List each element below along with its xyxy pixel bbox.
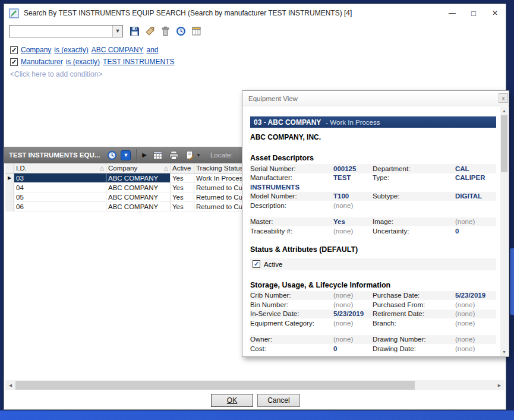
row-selector[interactable] [5, 192, 14, 202]
field-label: Cost: [250, 345, 333, 352]
column-label: Tracking Status [196, 165, 243, 172]
chevron-down-icon: ▼ [123, 152, 128, 158]
company-name: ABC COMPANY, INC. [250, 133, 496, 141]
title-bar[interactable]: Search By TEST INSTRUMENTS EQUIP SEARCH … [4, 4, 506, 22]
cell-active[interactable]: Yes [171, 202, 194, 211]
grid-view-button[interactable] [153, 150, 163, 160]
field-label: Description: [250, 202, 333, 209]
field-value: (none) [333, 336, 373, 343]
field-value: (none) [333, 320, 373, 327]
run-button[interactable]: ▶ [142, 152, 147, 158]
scrollbar-thumb[interactable] [15, 381, 415, 390]
desktop-accent [510, 248, 514, 315]
cell-id[interactable]: 04 [14, 183, 106, 192]
field-value: CALIPER [455, 174, 496, 181]
export-dropdown-icon[interactable]: ▼ [196, 153, 201, 158]
condition-value-link[interactable]: TEST INSTRUMENTS [103, 58, 174, 66]
cell-company[interactable]: ABC COMPANY [106, 192, 171, 202]
row-selector[interactable] [5, 202, 14, 211]
banner-status: - Work In Process [326, 119, 380, 126]
section-heading-storage: Storage, Usage, & Lifecycle Information [250, 281, 496, 289]
field-value: 0 [455, 228, 496, 235]
cell-active[interactable]: Yes [171, 173, 194, 183]
condition-value-link[interactable]: ABC COMPANY [92, 46, 144, 54]
condition-operator-link[interactable]: is (exactly) [66, 58, 100, 66]
cell-company[interactable]: ABC COMPANY [106, 183, 171, 192]
cell-company[interactable]: ABC COMPANY [106, 202, 171, 211]
field-value: (none) [455, 218, 496, 225]
panel-close-button[interactable]: x [499, 93, 508, 103]
field-label: Type: [373, 174, 455, 181]
row-selector[interactable]: ▶ [5, 173, 14, 183]
print-button[interactable] [169, 150, 179, 160]
scroll-right-icon[interactable]: ▶ [494, 380, 504, 390]
minimize-button[interactable]: — [442, 4, 463, 22]
active-label: Active [264, 261, 282, 268]
field-value: (none) [333, 228, 373, 235]
column-header-id[interactable]: I.D.△ [14, 163, 106, 173]
column-header-company[interactable]: Company△ [106, 163, 171, 173]
table-row[interactable]: 06 ABC COMPANY Yes Returned to Cu [5, 202, 245, 211]
cell-active[interactable]: Yes [171, 192, 194, 202]
condition-conjunction-link[interactable]: and [147, 46, 159, 54]
column-header-tracking[interactable]: Tracking Status [194, 163, 245, 173]
tag-button[interactable] [145, 26, 155, 36]
condition-field-link[interactable]: Company [21, 46, 51, 54]
field-label: Department: [373, 165, 455, 172]
saved-search-input[interactable] [10, 26, 112, 37]
cell-id[interactable]: 06 [14, 202, 106, 211]
cell-company[interactable]: ABC COMPANY [106, 173, 171, 183]
field-label: Drawing Date: [373, 345, 455, 352]
field-value: INSTRUMENTS [250, 184, 333, 191]
condition-checkbox[interactable]: ✓ [10, 46, 18, 54]
condition-field-link[interactable]: Manufacturer [21, 58, 63, 66]
horizontal-scrollbar[interactable]: ◀ ▶ [5, 380, 504, 390]
ok-button[interactable]: OK [211, 394, 253, 407]
cell-id[interactable]: 03 [14, 173, 106, 183]
field-value: T100 [333, 192, 373, 200]
save-search-button[interactable] [130, 26, 140, 36]
table-row[interactable]: 04 ABC COMPANY Yes Returned to Cu [5, 183, 245, 192]
selector-header [5, 163, 14, 173]
field-row: Master: Yes Image: (none) [250, 217, 496, 227]
maximize-button[interactable]: □ [463, 4, 484, 22]
cell-tracking[interactable]: Returned to Cu [194, 202, 245, 211]
table-row[interactable]: ▶ 03 ABC COMPANY Yes Work In Proces [5, 173, 245, 183]
scroll-down-icon[interactable]: ▼ [500, 348, 508, 356]
cell-id[interactable]: 05 [14, 192, 106, 202]
condition-checkbox[interactable]: ✓ [10, 58, 18, 66]
field-row: Owner: (none) Drawing Number: (none) [250, 335, 496, 345]
field-row: Traceability #: (none) Uncertainty: 0 [250, 226, 496, 236]
cancel-button[interactable]: Cancel [257, 394, 300, 407]
window-title: Search By TEST INSTRUMENTS EQUIP SEARCH … [24, 9, 352, 17]
field-label: Purchased From: [373, 301, 455, 308]
cell-active[interactable]: Yes [171, 183, 194, 192]
field-label: Model Number: [250, 192, 333, 200]
column-header-active[interactable]: Active [171, 163, 194, 173]
scroll-up-icon[interactable]: ▲ [500, 107, 508, 115]
collapse-panel-button[interactable]: ▼ [121, 150, 131, 160]
table-row[interactable]: 05 ABC COMPANY Yes Returned to Cu [5, 192, 245, 202]
scroll-left-icon[interactable]: ◀ [5, 380, 15, 390]
active-checkbox[interactable]: ✓ [253, 260, 260, 268]
delete-button[interactable] [160, 26, 171, 36]
refresh-schedule-button[interactable] [107, 150, 117, 160]
close-button[interactable]: ✕ [484, 4, 506, 22]
cell-tracking[interactable]: Returned to Cu [194, 183, 245, 192]
trash-icon [160, 26, 171, 36]
cell-tracking[interactable]: Returned to Cu [194, 192, 245, 202]
row-selector[interactable] [5, 183, 14, 192]
schedule-button[interactable] [176, 26, 186, 36]
saved-search-combobox[interactable]: ▼ [9, 25, 123, 37]
vertical-scrollbar[interactable]: ▲ ▼ [500, 107, 508, 356]
combo-dropdown-icon[interactable]: ▼ [112, 26, 122, 37]
field-value: (none) [455, 310, 496, 317]
condition-operator-link[interactable]: is (exactly) [54, 46, 88, 54]
field-label: Retirement Date: [373, 310, 455, 317]
export-button[interactable] [185, 150, 195, 160]
add-condition-link[interactable]: <Click here to add condition> [10, 70, 102, 78]
scrollbar-thumb[interactable] [501, 115, 507, 172]
report-button[interactable] [191, 26, 201, 36]
results-table: I.D.△ Company△ Active Tracking Status ▶ … [5, 163, 245, 211]
cell-tracking[interactable]: Work In Proces [194, 173, 245, 183]
